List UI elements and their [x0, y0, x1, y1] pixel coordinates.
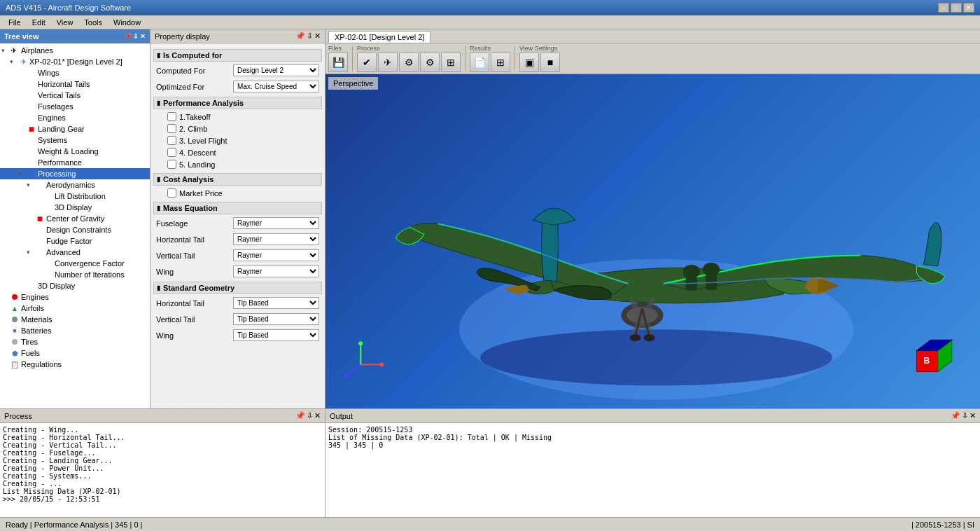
- tree-item-num-iterations[interactable]: Number of Iterations: [0, 269, 150, 280]
- toolbar-stop-button[interactable]: ■: [540, 53, 560, 72]
- close-button[interactable]: ✕: [963, 3, 974, 13]
- tree-expander[interactable]: ▾: [27, 181, 35, 188]
- tree-item-aerodynamics[interactable]: ▾Aerodynamics: [0, 179, 150, 191]
- prop-arrow-button[interactable]: ⇩: [307, 32, 313, 41]
- process-pin-button[interactable]: 📌: [295, 411, 305, 420]
- tree-pin-button[interactable]: 📌: [124, 33, 132, 40]
- tree-item-performance[interactable]: Performance: [0, 157, 150, 168]
- section-mass-equation[interactable]: ▮ Mass Equation: [153, 202, 322, 214]
- tree-icon-lib-drop: ⬟: [10, 348, 20, 358]
- toolbar-process-btn3[interactable]: ⊞: [441, 53, 461, 72]
- tree-item-weight-loading[interactable]: Weight & Loading: [0, 146, 150, 157]
- tree-item-wings[interactable]: Wings: [0, 67, 150, 78]
- 3d-view-area[interactable]: Perspective: [326, 74, 980, 408]
- tree-icon-lib-circ2: [10, 337, 20, 347]
- toolbar-divider-1: [352, 46, 353, 71]
- process-arrow-button[interactable]: ⇩: [307, 411, 313, 420]
- tree-item-cog[interactable]: ■Center of Gravity: [0, 213, 150, 224]
- tree-item-systems[interactable]: Systems: [0, 135, 150, 146]
- tree-item-airfoils[interactable]: ▲Airfoils: [0, 303, 150, 314]
- tree-expander[interactable]: ▾: [18, 170, 27, 177]
- minimize-button[interactable]: ─: [938, 3, 949, 13]
- toolbar-frame-button[interactable]: ▣: [519, 53, 539, 72]
- section-performance-analysis[interactable]: ▮ Performance Analysis: [153, 97, 322, 109]
- tree-expander[interactable]: ▾: [10, 58, 18, 65]
- tree-content: ▾✈Airplanes▾✈XP-02-01* [Design Level 2]W…: [0, 43, 150, 408]
- tree-item-lift-dist[interactable]: Lift Distribution: [0, 191, 150, 202]
- perf-landing-checkbox[interactable]: [167, 160, 176, 169]
- view-tab-xp0201[interactable]: XP-02-01 [Design Level 2]: [328, 31, 430, 43]
- perf-collapse-icon: ▮: [157, 99, 160, 106]
- toolbar-settings-button[interactable]: ⚙: [399, 53, 419, 72]
- computed-for-select[interactable]: Design Level 2: [233, 64, 319, 76]
- tree-item-materials[interactable]: Materials: [0, 314, 150, 325]
- menu-file[interactable]: File: [3, 17, 27, 28]
- toolbar-report-button[interactable]: 📄: [470, 53, 489, 72]
- tree-label: Weight & Loading: [38, 147, 99, 156]
- tree-item-regulations[interactable]: 📋Regulations: [0, 359, 150, 370]
- tree-close-button[interactable]: ✕: [140, 33, 146, 40]
- perf-landing-row: 5. Landing: [153, 158, 322, 170]
- tree-arrow-button[interactable]: ⇩: [133, 33, 139, 40]
- toolbar-process-btn2[interactable]: ⚙: [420, 53, 440, 72]
- tree-item-batteries[interactable]: ■Batteries: [0, 325, 150, 336]
- std-geo-horiz-tail-label: Horizontal Tail: [156, 299, 233, 308]
- section-cost-analysis[interactable]: ▮ Cost Analysis: [153, 173, 322, 186]
- tree-item-tires[interactable]: Tires: [0, 336, 150, 347]
- tree-icon-component: [27, 135, 36, 145]
- tree-icon-sub-red: ■: [35, 214, 45, 223]
- perf-descent-checkbox[interactable]: [167, 148, 176, 157]
- tree-item-airplanes[interactable]: ▾✈Airplanes: [0, 45, 150, 56]
- optimized-for-label: Optimized For: [156, 83, 233, 91]
- tree-item-conv-factor[interactable]: Convergence Factor: [0, 258, 150, 269]
- tree-item-engines[interactable]: Engines: [0, 112, 150, 123]
- menu-edit[interactable]: Edit: [27, 17, 51, 28]
- tree-label: Design Constraints: [46, 226, 111, 234]
- std-geo-horiz-tail-select[interactable]: Tip Based: [233, 297, 319, 309]
- tree-expander[interactable]: ▾: [27, 249, 35, 256]
- tree-item-design-constraints[interactable]: Design Constraints: [0, 224, 150, 235]
- prop-close-button[interactable]: ✕: [314, 32, 321, 41]
- menu-tools[interactable]: Tools: [78, 17, 108, 28]
- perf-takeoff-checkbox[interactable]: [167, 112, 176, 121]
- output-arrow-button[interactable]: ⇩: [962, 411, 968, 420]
- market-price-checkbox[interactable]: [167, 188, 176, 198]
- tree-item-vert-tails[interactable]: Vertical Tails: [0, 90, 150, 101]
- tree-item-engines-lib[interactable]: Engines: [0, 291, 150, 303]
- menu-window[interactable]: Window: [108, 17, 146, 28]
- tree-item-landing-gear[interactable]: ■Landing Gear: [0, 123, 150, 135]
- process-close-button[interactable]: ✕: [314, 411, 321, 420]
- tree-item-fuselages[interactable]: Fuselages: [0, 101, 150, 112]
- tree-icon-component: [27, 113, 36, 123]
- perf-level-checkbox[interactable]: [167, 136, 176, 145]
- maximize-button[interactable]: □: [951, 3, 962, 13]
- output-pin-button[interactable]: 📌: [951, 411, 960, 420]
- tree-item-3d-display[interactable]: 3D Display: [0, 280, 150, 291]
- tree-item-advanced[interactable]: ▾Advanced: [0, 247, 150, 258]
- tree-item-3d-display-aero[interactable]: 3D Display: [0, 202, 150, 213]
- section-is-computed-for[interactable]: ▮ Is Computed for: [153, 49, 322, 62]
- mass-horiz-tail-select[interactable]: Raymer: [233, 233, 319, 245]
- toolbar-plane-button[interactable]: ✈: [378, 53, 398, 72]
- prop-pin-button[interactable]: 📌: [295, 32, 305, 41]
- toolbar-table-button[interactable]: ⊞: [491, 53, 510, 72]
- toolbar-check-button[interactable]: ✔: [357, 53, 377, 72]
- tree-item-fuels[interactable]: ⬟Fuels: [0, 347, 150, 359]
- toolbar-save-button[interactable]: 💾: [328, 53, 348, 72]
- std-geo-vert-tail-select[interactable]: Tip Based: [233, 313, 319, 325]
- tree-item-processing[interactable]: ▾Processing: [0, 168, 150, 179]
- mass-vert-tail-select[interactable]: Raymer: [233, 249, 319, 261]
- menu-view[interactable]: View: [51, 17, 79, 28]
- tree-item-horiz-tails[interactable]: Horizontal Tails: [0, 78, 150, 90]
- tree-item-fudge-factor[interactable]: Fudge Factor: [0, 235, 150, 247]
- tree-icon-sub: [43, 202, 53, 212]
- optimized-for-select[interactable]: Max. Cruise Speed: [233, 81, 319, 92]
- mass-wing-select[interactable]: Raymer: [233, 266, 319, 277]
- output-close-button[interactable]: ✕: [969, 411, 976, 420]
- perf-climb-checkbox[interactable]: [167, 124, 176, 133]
- std-geo-wing-select[interactable]: Tip Based: [233, 329, 319, 341]
- tree-expander[interactable]: ▾: [1, 47, 10, 54]
- section-standard-geometry[interactable]: ▮ Standard Geometry: [153, 282, 322, 294]
- mass-fuselage-select[interactable]: Raymer: [233, 217, 319, 229]
- tree-item-xp0201[interactable]: ▾✈XP-02-01* [Design Level 2]: [0, 56, 150, 67]
